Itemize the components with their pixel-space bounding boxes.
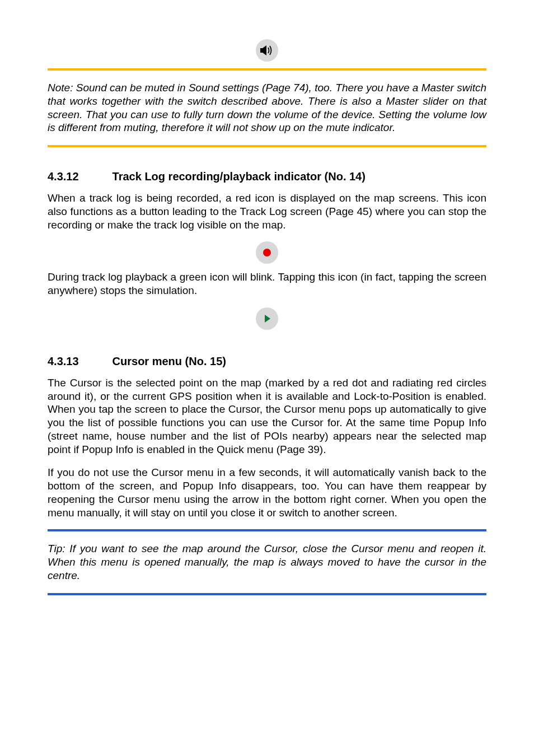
- section1-para2: During track log playback a green icon w…: [48, 270, 486, 297]
- icon-row: [48, 39, 486, 62]
- note-bottom-border: [48, 145, 486, 147]
- section2-para1: The Cursor is the selected point on the …: [48, 376, 486, 456]
- svg-rect-0: [260, 48, 263, 53]
- section-title: Track Log recording/playback indicator (…: [113, 170, 366, 183]
- section2-para2: If you do not use the Cursor menu in a f…: [48, 466, 486, 519]
- icon-row-record: [48, 241, 486, 264]
- icon-row-play: [48, 307, 486, 330]
- section-title: Cursor menu (No. 15): [113, 355, 226, 367]
- tip-text: Tip: If you want to see the map around t…: [48, 542, 486, 582]
- section-number: 4.3.13: [48, 354, 109, 368]
- play-triangle-icon: [256, 307, 278, 330]
- section-heading-4-3-13: 4.3.13 Cursor menu (No. 15): [48, 354, 486, 368]
- note-top-border: [48, 68, 486, 71]
- section1-para1: When a track log is being recorded, a re…: [48, 192, 486, 231]
- note-text: Note: Sound can be muted in Sound settin…: [48, 81, 486, 134]
- document-page: Note: Sound can be muted in Sound settin…: [0, 0, 534, 756]
- tip-top-border: [48, 529, 486, 531]
- svg-marker-1: [263, 45, 266, 55]
- svg-marker-3: [265, 315, 270, 323]
- svg-point-2: [263, 249, 271, 256]
- section-number: 4.3.12: [48, 170, 109, 184]
- speaker-icon: [256, 39, 278, 62]
- record-dot-icon: [256, 241, 278, 264]
- section-heading-4-3-12: 4.3.12 Track Log recording/playback indi…: [48, 170, 486, 184]
- tip-bottom-border: [48, 593, 486, 595]
